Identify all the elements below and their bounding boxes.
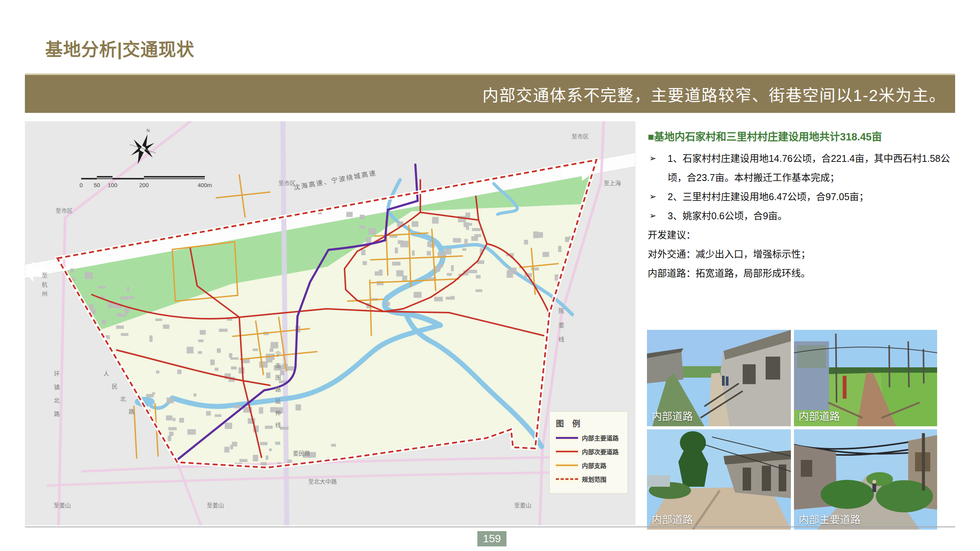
- legend-label: 内部次要道路: [582, 447, 619, 456]
- footer-divider: [25, 527, 955, 527]
- scale-tick: 400m: [198, 182, 212, 188]
- photo-caption: 内部道路: [652, 408, 693, 423]
- banner-text: 内部交通体系不完整，主要道路较窄、街巷空间以1-2米为主。: [482, 82, 955, 106]
- legend-swatch-planning-boundary: [556, 476, 578, 482]
- bullet-arrow-icon: ➢: [648, 149, 668, 168]
- bullet-arrow-icon: ➢: [648, 206, 668, 225]
- legend-label: 内部主要道路: [582, 433, 619, 442]
- page-title: 基地分析|交通现状: [45, 35, 194, 60]
- bullet-text: 2、三里村村庄建设用地6.47公顷，合97.05亩；: [668, 187, 958, 206]
- note-development-advice: 开发建议：: [648, 225, 958, 245]
- site-traffic-map: N 0 50 100 200 400m 至市区 至市区 沈海高速、宁波绕城高速 …: [25, 121, 635, 525]
- map-legend: 图 例 内部主要道路 内部次要道路 内部支路 规划范围: [549, 411, 628, 494]
- legend-item: 内部支路: [556, 461, 621, 470]
- label-to-beidazhong-road: 至北大中路: [308, 477, 337, 485]
- label-to-city-left: 至市区: [56, 206, 73, 214]
- label-renmin-north-road: 北: [120, 395, 126, 403]
- legend-swatch-secondary-road: [556, 449, 578, 454]
- legend-swatch-main-road: [556, 435, 578, 440]
- note-external-traffic: 对外交通：减少出入口，增强标示性；: [648, 245, 958, 264]
- label-to-shanghai: 至上海: [604, 179, 621, 187]
- photo-internal-road-canal: 内部道路: [647, 330, 791, 426]
- scale-tick: 50: [94, 182, 100, 188]
- legend-title: 图 例: [556, 417, 621, 429]
- photo-internal-road-lane: 内部道路: [647, 429, 791, 530]
- bullet-text: 3、姚家村0.6公顷，合9亩。: [668, 206, 958, 225]
- page-number: 159: [477, 531, 506, 546]
- legend-label: 规划范围: [582, 474, 606, 484]
- legend-item: 内部主要道路: [556, 433, 621, 442]
- label-chenjiang-line: 陈姜线: [557, 308, 565, 350]
- slide: 基地分析|交通现状 内部交通体系不完整，主要道路较窄、街巷空间以1-2米为主。: [0, 0, 980, 551]
- label-renmin-north-road: 民: [112, 382, 118, 390]
- bullet-arrow-icon: ➢: [648, 187, 668, 206]
- legend-label: 内部支路: [582, 461, 606, 470]
- compass-north-label: N: [147, 128, 150, 133]
- label-huanzhen-north-road: 环镇北路: [52, 371, 60, 424]
- label-renmin-north-road: 人: [103, 369, 109, 377]
- legend-item: 内部次要道路: [556, 447, 621, 456]
- label-to-jiangshan: 至姜山: [54, 501, 71, 509]
- label-to-city-topright: 至市区: [572, 132, 589, 140]
- label-to-jiangshan: 至姜山: [207, 501, 224, 509]
- analysis-heading: ■基地内石家村和三里村村庄建设用地共计318.45亩: [648, 129, 958, 143]
- bullet-item: ➢ 2、三里村村庄建设用地6.47公顷，合97.05亩；: [648, 187, 958, 206]
- scale-tick: 200: [139, 182, 149, 188]
- bullet-text: 1、石家村村庄建设用地14.76公顷，合221.4亩，其中西石村1.58公顷，合…: [668, 149, 958, 187]
- bullet-item: ➢ 1、石家村村庄建设用地14.76公顷，合221.4亩，其中西石村1.58公顷…: [648, 149, 958, 187]
- label-to-hangzhou: 至杭州: [40, 272, 48, 300]
- photo-caption: 内部主要道路: [799, 512, 861, 527]
- legend-swatch-branch-road: [556, 463, 578, 468]
- legend-item: 规划范围: [556, 474, 621, 484]
- label-renmin-north-road: 路: [129, 407, 134, 415]
- photo-caption: 内部道路: [799, 408, 840, 423]
- analysis-panel: ■基地内石家村和三里村村庄建设用地共计318.45亩 ➢ 1、石家村村庄建设用地…: [648, 129, 958, 283]
- label-jiangmin-road: 姜民路: [293, 449, 310, 457]
- label-ningnan-extension: 宁南围路延伸线: [274, 351, 282, 434]
- photo-internal-road-field: 内部道路: [794, 330, 937, 426]
- banner: 内部交通体系不完整，主要道路较窄、街巷空间以1-2米为主。: [25, 73, 955, 113]
- photo-caption: 内部道路: [652, 512, 693, 527]
- scale-tick: 0: [80, 182, 83, 188]
- note-internal-roads: 内部道路：拓宽道路，局部形成环线。: [648, 264, 958, 283]
- bullet-item: ➢ 3、姚家村0.6公顷，合9亩。: [648, 206, 958, 225]
- label-to-jiangshan: 至姜山: [514, 501, 531, 509]
- photo-internal-main-road: 内部主要道路: [794, 429, 937, 530]
- scale-tick: 100: [108, 182, 117, 188]
